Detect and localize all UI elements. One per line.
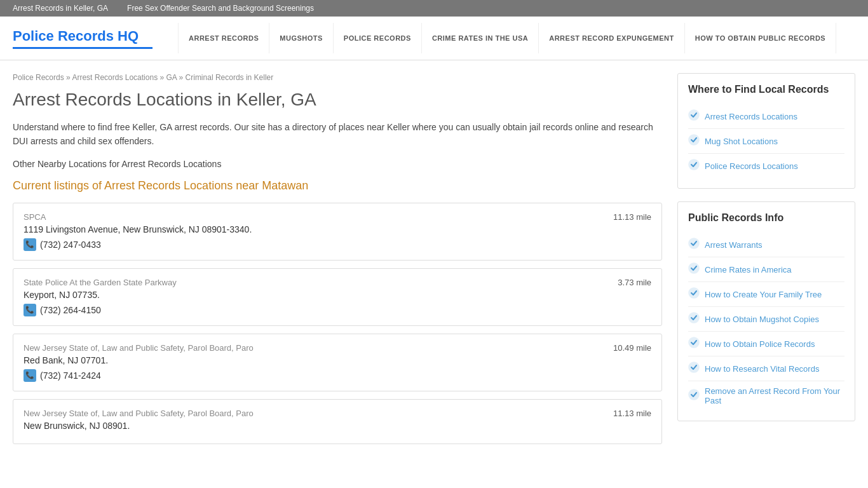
topbar-link-2[interactable]: Free Sex Offender Search and Background …: [127, 4, 314, 13]
sidebar-link-crime-rates[interactable]: Crime Rates in America: [688, 257, 844, 282]
sidebar-link-arrest-locations[interactable]: Arrest Records Locations: [688, 104, 844, 129]
svg-point-3: [689, 238, 699, 248]
page-title: Arrest Records Locations in Keller, GA: [13, 90, 662, 110]
sidebar-local-records-title: Where to Find Local Records: [688, 84, 844, 95]
nav-mugshots[interactable]: MUGSHOTS: [269, 23, 334, 53]
breadcrumb-arrest-locations[interactable]: Arrest Records Locations: [72, 73, 158, 82]
svg-point-4: [689, 263, 699, 273]
sidebar-public-records-title: Public Records Info: [688, 212, 844, 224]
svg-point-8: [689, 362, 699, 372]
svg-point-0: [689, 110, 699, 120]
sidebar-link-family-tree[interactable]: How to Create Your Family Tree: [688, 282, 844, 307]
check-icon-9: [688, 362, 700, 376]
sidebar-link-mug-shots[interactable]: Mug Shot Locations: [688, 129, 844, 154]
phone-number-2: (732) 741-2424: [40, 370, 101, 381]
location-phone-2: 📞 (732) 741-2424: [24, 369, 651, 382]
svg-point-5: [689, 288, 699, 298]
sidebar-link-mug-label: Mug Shot Locations: [705, 137, 778, 146]
phone-number-1: (732) 264-4150: [40, 305, 101, 315]
breadcrumb-police-records[interactable]: Police Records: [13, 73, 64, 82]
nav-public-records[interactable]: HOW TO OBTAIN PUBLIC RECORDS: [685, 23, 836, 53]
phone-number-0: (732) 247-0433: [40, 240, 101, 250]
location-card: SPCA 11.13 mile 1119 Livingston Avenue, …: [13, 203, 662, 261]
site-logo[interactable]: Police Records HQ: [13, 28, 153, 49]
nav-arrest-records[interactable]: ARREST RECORDS: [178, 23, 269, 53]
location-distance-3: 11.13 mile: [613, 409, 651, 418]
sidebar-local-records: Where to Find Local Records Arrest Recor…: [677, 73, 855, 189]
sidebar-link-police-locations[interactable]: Police Records Locations: [688, 154, 844, 178]
breadcrumb: Police Records » Arrest Records Location…: [13, 73, 662, 82]
phone-icon-2: 📞: [24, 369, 36, 382]
location-name-3: New Jersey State of, Law and Public Safe…: [24, 409, 254, 418]
sidebar-link-vital-label: How to Research Vital Records: [705, 364, 819, 374]
content-area: Police Records » Arrest Records Location…: [13, 73, 662, 452]
check-icon-3: [688, 159, 700, 173]
location-address-0: 1119 Livingston Avenue, New Brunswick, N…: [24, 224, 651, 234]
sidebar-link-police-label: Police Records Locations: [705, 161, 798, 171]
location-card-2: New Jersey State of, Law and Public Safe…: [13, 334, 662, 391]
sidebar-link-mugshot-copies[interactable]: How to Obtain Mugshot Copies: [688, 307, 844, 332]
location-name-0: SPCA: [24, 212, 46, 222]
header: Police Records HQ ARREST RECORDS MUGSHOT…: [0, 17, 868, 60]
check-icon-7: [688, 312, 700, 326]
location-phone-1: 📞 (732) 264-4150: [24, 304, 651, 316]
sidebar-link-remove-arrest[interactable]: Remove an Arrest Record From Your Past: [688, 381, 844, 410]
sidebar-link-warrants-label: Arrest Warrants: [705, 240, 763, 250]
topbar-link-1[interactable]: Arrest Records in Keller, GA: [13, 4, 108, 13]
check-icon-6: [688, 287, 700, 301]
location-card-3: New Jersey State of, Law and Public Safe…: [13, 399, 662, 444]
sidebar-link-crime-label: Crime Rates in America: [705, 265, 792, 274]
logo-text: Police Records HQ: [13, 28, 139, 44]
location-card-1: State Police At the Garden State Parkway…: [13, 268, 662, 326]
nav-police-records[interactable]: POLICE RECORDS: [334, 23, 422, 53]
main-nav: ARREST RECORDS MUGSHOTS POLICE RECORDS C…: [178, 23, 836, 53]
nav-crime-rates[interactable]: CRIME RATES IN THE USA: [422, 23, 539, 53]
check-icon-4: [688, 238, 700, 252]
location-name-2: New Jersey State of, Law and Public Safe…: [24, 343, 254, 353]
sidebar-link-police-records[interactable]: How to Obtain Police Records: [688, 332, 844, 356]
location-distance-0: 11.13 mile: [613, 212, 651, 222]
phone-icon-0: 📞: [24, 238, 36, 251]
main-container: Police Records » Arrest Records Location…: [0, 60, 868, 464]
sidebar-link-police-records-label: How to Obtain Police Records: [705, 339, 815, 349]
svg-point-1: [689, 135, 699, 145]
phone-icon-1: 📞: [24, 304, 36, 316]
check-icon-10: [688, 389, 700, 403]
location-phone-0: 📞 (732) 247-0433: [24, 238, 651, 251]
check-icon-8: [688, 337, 700, 351]
svg-point-7: [689, 337, 699, 348]
location-distance-2: 10.49 mile: [613, 343, 651, 353]
nav-expungement[interactable]: ARREST RECORD EXPUNGEMENT: [539, 23, 684, 53]
sidebar-public-records: Public Records Info Arrest Warrants Crim…: [677, 201, 855, 421]
svg-point-9: [689, 390, 699, 400]
location-address-3: New Brunswick, NJ 08901.: [24, 421, 651, 431]
check-icon: [688, 109, 700, 123]
sidebar: Where to Find Local Records Arrest Recor…: [677, 73, 855, 452]
sidebar-link-family-label: How to Create Your Family Tree: [705, 290, 822, 299]
sidebar-link-vital-records[interactable]: How to Research Vital Records: [688, 356, 844, 381]
sidebar-link-remove-label: Remove an Arrest Record From Your Past: [705, 386, 844, 405]
top-bar: Arrest Records in Keller, GA Free Sex Of…: [0, 0, 868, 17]
sidebar-link-mugshot-label: How to Obtain Mugshot Copies: [705, 315, 819, 324]
location-distance-1: 3.73 mile: [618, 278, 651, 287]
sidebar-link-arrest-label: Arrest Records Locations: [705, 112, 797, 121]
location-address-1: Keyport, NJ 07735.: [24, 290, 651, 300]
nearby-text: Other Nearby Locations for Arrest Record…: [13, 159, 662, 169]
svg-point-2: [689, 159, 699, 170]
svg-point-6: [689, 313, 699, 323]
check-icon-2: [688, 134, 700, 148]
check-icon-5: [688, 262, 700, 276]
page-description: Understand where to find free Keller, GA…: [13, 120, 662, 149]
breadcrumb-keller[interactable]: Criminal Records in Keller: [186, 73, 274, 82]
section-heading: Current listings of Arrest Records Locat…: [13, 179, 662, 193]
location-address-2: Red Bank, NJ 07701.: [24, 355, 651, 365]
location-name-1: State Police At the Garden State Parkway: [24, 278, 177, 287]
breadcrumb-ga[interactable]: GA: [166, 73, 177, 82]
sidebar-link-warrants[interactable]: Arrest Warrants: [688, 233, 844, 257]
